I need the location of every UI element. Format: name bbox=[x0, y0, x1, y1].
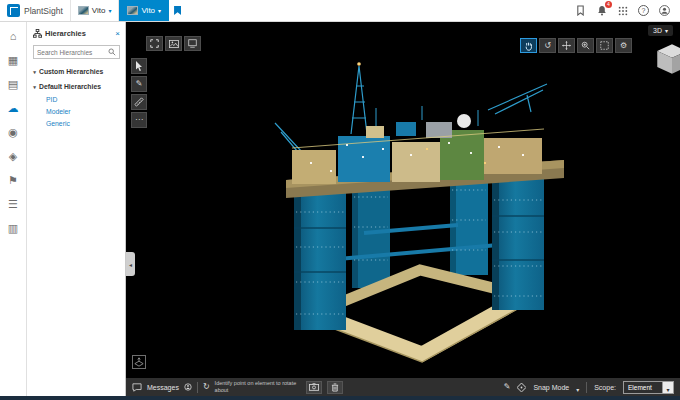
view-cube[interactable] bbox=[655, 42, 680, 80]
viewport-status-bar: Messages ↻ Identify point on element to … bbox=[126, 378, 680, 396]
viewport-tool-strip: ✎ ⋯ bbox=[131, 58, 147, 128]
chevron-down-icon[interactable] bbox=[108, 6, 111, 15]
tab-label: Vito bbox=[92, 6, 106, 15]
scope-label: Scope: bbox=[594, 384, 616, 391]
plantsight-logo-icon bbox=[7, 4, 20, 17]
tree-group-default[interactable]: Default Hierarchies bbox=[33, 83, 120, 90]
brand[interactable]: PlantSight bbox=[0, 0, 70, 21]
rotate-tool-icon[interactable]: ↻ bbox=[203, 383, 210, 391]
tree-link-generic[interactable]: Generic bbox=[46, 120, 120, 127]
list-icon[interactable]: ☰ bbox=[8, 199, 18, 210]
left-navigation-rail: ⌂ ▦ ▤ ☁ ◉ ◈ ⚑ ☰ ▥ bbox=[0, 22, 27, 396]
pan-arrows-icon[interactable] bbox=[558, 38, 575, 53]
tab-thumbnail bbox=[127, 6, 138, 15]
search-input[interactable] bbox=[37, 49, 108, 56]
annotate-pencil-icon[interactable]: ✎ bbox=[504, 383, 511, 391]
flag-icon[interactable]: ⚑ bbox=[8, 175, 18, 186]
hierarchy-search bbox=[33, 45, 120, 59]
view-compass-icon[interactable] bbox=[132, 355, 146, 369]
dropdown-caret-icon[interactable] bbox=[662, 382, 673, 393]
separator bbox=[197, 382, 198, 393]
tree-link-modeler[interactable]: Modeler bbox=[46, 108, 120, 115]
tab-vito-1[interactable]: Vito bbox=[70, 0, 120, 21]
tab-thumbnail bbox=[78, 6, 89, 15]
tree-links: PID Modeler Generic bbox=[33, 96, 120, 127]
select-cursor-icon[interactable] bbox=[131, 58, 147, 74]
topbar-actions: 4 ? bbox=[575, 0, 680, 21]
chevron-down-icon bbox=[33, 83, 36, 89]
tree-group-label: Custom Hierarchies bbox=[39, 68, 103, 75]
orbit-icon[interactable]: ↺ bbox=[539, 38, 556, 53]
chevron-down-icon[interactable] bbox=[576, 378, 579, 396]
notification-badge: 4 bbox=[605, 1, 612, 8]
pan-hand-icon[interactable] bbox=[520, 38, 537, 53]
help-icon[interactable]: ? bbox=[638, 5, 649, 16]
hierarchy-tree: Custom Hierarchies Default Hierarchies P… bbox=[27, 59, 125, 127]
scope-dropdown[interactable]: Element bbox=[623, 381, 674, 394]
viewport-toolbar-left bbox=[146, 36, 201, 51]
hierarchies-panel: Hierarchies × Custom Hierarchies Default… bbox=[27, 22, 126, 396]
more-tools-icon[interactable]: ⋯ bbox=[131, 112, 147, 128]
snap-icon[interactable] bbox=[517, 383, 526, 392]
messages-label[interactable]: Messages bbox=[147, 384, 179, 391]
statusbar-right: ✎ Snap Mode Scope: Element bbox=[504, 378, 674, 396]
fit-view-icon[interactable] bbox=[596, 38, 613, 53]
chevron-down-icon bbox=[665, 27, 668, 34]
tool-hint-text: Identify point on element to rotate abou… bbox=[215, 380, 301, 393]
tree-group-custom[interactable]: Custom Hierarchies bbox=[33, 68, 120, 75]
panel-title: Hierarchies bbox=[45, 29, 86, 38]
chevron-down-icon bbox=[33, 68, 36, 74]
hierarchies-panel-header: Hierarchies × bbox=[27, 22, 125, 43]
bottom-strip bbox=[0, 396, 680, 400]
chevron-down-icon[interactable] bbox=[158, 6, 161, 15]
documents-icon[interactable]: ▤ bbox=[8, 79, 18, 90]
fullscreen-icon[interactable] bbox=[146, 36, 163, 51]
top-bar: PlantSight Vito Vito 4 bbox=[0, 0, 680, 22]
bookmark-tab-icon[interactable] bbox=[174, 6, 181, 15]
notifications-bell-icon[interactable]: 4 bbox=[596, 5, 607, 16]
delete-trash-icon[interactable] bbox=[327, 381, 343, 394]
settings-gear-icon[interactable]: ⚙ bbox=[615, 38, 632, 53]
view-label: 3D bbox=[653, 27, 662, 34]
tab-label: Vito bbox=[141, 6, 155, 15]
bookmark-icon[interactable] bbox=[575, 5, 586, 16]
saved-views-icon[interactable] bbox=[184, 36, 201, 51]
viewport-toolbar-right: ↺ ⚙ bbox=[520, 38, 632, 53]
screenshot-icon[interactable] bbox=[165, 36, 182, 51]
hierarchy-icon bbox=[33, 29, 42, 38]
assets-icon[interactable]: ▦ bbox=[8, 55, 18, 66]
brand-name: PlantSight bbox=[24, 6, 63, 16]
close-icon[interactable]: × bbox=[115, 30, 120, 38]
separator bbox=[586, 382, 587, 393]
tags-icon[interactable]: ◈ bbox=[9, 151, 17, 162]
model-offshore-platform[interactable] bbox=[126, 22, 680, 378]
feedback-icon[interactable] bbox=[184, 383, 192, 391]
view-selector[interactable]: 3D bbox=[648, 25, 673, 36]
user-avatar-icon[interactable] bbox=[659, 5, 670, 16]
markup-pencil-icon[interactable]: ✎ bbox=[131, 76, 147, 92]
measure-icon[interactable] bbox=[131, 94, 147, 110]
members-icon[interactable]: ◉ bbox=[8, 127, 18, 138]
snap-mode-label[interactable]: Snap Mode bbox=[533, 384, 569, 391]
cloud-services-icon[interactable]: ☁ bbox=[8, 103, 19, 114]
tree-group-label: Default Hierarchies bbox=[39, 83, 101, 90]
reports-icon[interactable]: ▥ bbox=[8, 223, 18, 234]
scope-value: Element bbox=[624, 384, 662, 391]
model-viewport[interactable]: ✎ ⋯ ↺ ⚙ 3D bbox=[126, 22, 680, 378]
tab-vito-2[interactable]: Vito bbox=[119, 0, 169, 21]
search-icon[interactable] bbox=[108, 48, 116, 56]
zoom-icon[interactable] bbox=[577, 38, 594, 53]
apps-grid-icon[interactable] bbox=[617, 5, 628, 16]
camera-snapshot-icon[interactable] bbox=[306, 381, 322, 394]
messages-icon[interactable] bbox=[132, 383, 142, 392]
plantsight-app: PlantSight Vito Vito 4 bbox=[0, 0, 680, 400]
home-icon[interactable]: ⌂ bbox=[10, 31, 17, 42]
tree-link-pid[interactable]: PID bbox=[46, 96, 120, 103]
panel-collapse-handle[interactable]: ◂ bbox=[126, 252, 135, 276]
